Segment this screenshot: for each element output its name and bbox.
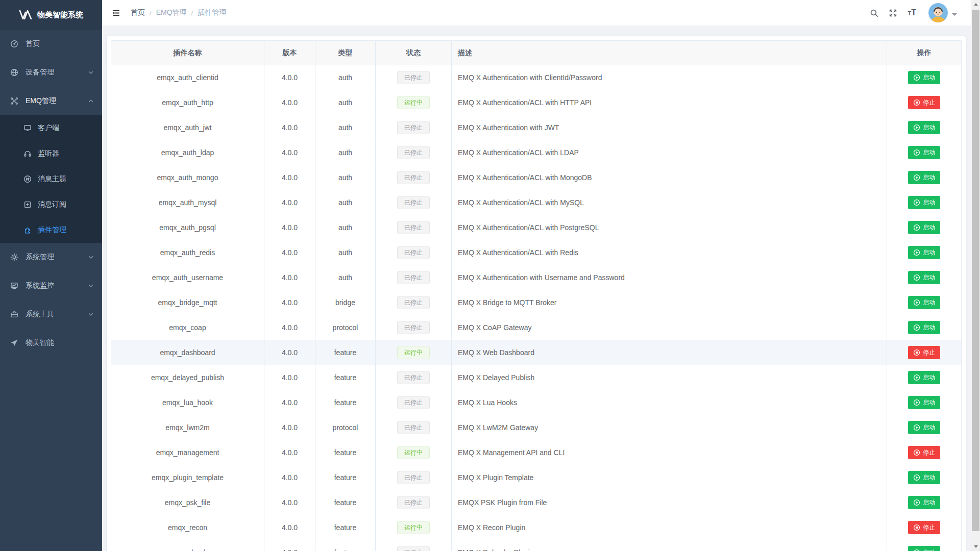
sidebar-item-wumei[interactable]: 物美智能 — [0, 329, 102, 357]
table-row: emqx_auth_jwt4.0.0auth已停止EMQ X Authentic… — [111, 115, 962, 140]
paper-plane-icon — [10, 339, 18, 347]
plugin-name-cell: emqx_auth_mongo — [111, 165, 264, 190]
sidebar-subitem-listener[interactable]: 监听器 — [0, 141, 102, 166]
start-button[interactable]: 启动 — [908, 496, 940, 509]
start-button[interactable]: 启动 — [908, 546, 940, 551]
sidebar-subitem-topic[interactable]: 消息主题 — [0, 166, 102, 192]
plugin-name-cell: emqx_psk_file — [111, 490, 264, 515]
start-button[interactable]: 启动 — [908, 196, 940, 209]
plugin-type-cell: feature — [315, 440, 376, 465]
table-header: 插件名称 — [111, 41, 264, 65]
sidebar-item-emq[interactable]: EMQ管理 — [0, 87, 102, 115]
table-row: emqx_auth_mongo4.0.0auth已停止EMQ X Authent… — [111, 165, 962, 190]
sidebar-item-system[interactable]: 系统管理 — [0, 243, 102, 271]
plugin-version-cell: 4.0.0 — [264, 415, 315, 440]
start-button[interactable]: 启动 — [908, 121, 940, 134]
plugin-description-cell: EMQ X LwM2M Gateway — [452, 415, 887, 440]
start-button[interactable]: 启动 — [908, 71, 940, 84]
plugin-action-cell: 启动 — [887, 140, 962, 165]
breadcrumb-separator: / — [191, 9, 193, 17]
plugin-version-cell: 4.0.0 — [264, 190, 315, 215]
sidebar-item-label: 系统管理 — [26, 253, 54, 262]
plugin-status-cell: 已停止 — [376, 165, 452, 190]
start-button[interactable]: 启动 — [908, 321, 940, 334]
stop-button[interactable]: 停止 — [908, 346, 940, 359]
plugin-type-cell: protocol — [315, 315, 376, 340]
sidebar-item-home[interactable]: 首页 — [0, 30, 102, 58]
breadcrumb-item: 插件管理 — [198, 8, 226, 17]
plugin-name-cell: emqx_recon — [111, 515, 264, 540]
font-size-icon[interactable]: TT — [908, 9, 916, 17]
scrollbar-thumb[interactable] — [972, 10, 979, 531]
sidebar-subitem-client[interactable]: 客户端 — [0, 115, 102, 141]
start-button[interactable]: 启动 — [908, 171, 940, 184]
sidebar-item-monitor[interactable]: 系统监控 — [0, 271, 102, 300]
plugin-description-cell: EMQ X Web Dashboard — [452, 340, 887, 365]
start-button[interactable]: 启动 — [908, 421, 940, 434]
plugin-action-cell: 启动 — [887, 290, 962, 315]
plugin-name-cell: emqx_lwm2m — [111, 415, 264, 440]
stop-button[interactable]: 停止 — [908, 96, 940, 109]
breadcrumb-item[interactable]: 首页 — [131, 8, 145, 17]
plugin-name-cell: emqx_auth_mysql — [111, 190, 264, 215]
plugin-version-cell: 4.0.0 — [264, 390, 315, 415]
plugin-action-cell: 停止 — [887, 90, 962, 115]
plugin-description-cell: EMQ X Authentication/ACL with MongoDB — [452, 165, 887, 190]
plugin-description-cell: EMQ X Reloader Plugin — [452, 540, 887, 551]
sidebar-subitem-plugin[interactable]: 插件管理 — [0, 217, 102, 243]
stop-button[interactable]: 停止 — [908, 446, 940, 459]
plugin-card: 插件名称版本类型状态描述操作 emqx_auth_clientid4.0.0au… — [106, 36, 966, 551]
app-title: 物美智能系统 — [37, 10, 83, 20]
start-button[interactable]: 启动 — [908, 296, 940, 309]
status-badge: 已停止 — [397, 196, 430, 209]
scroll-up-arrow-icon[interactable] — [971, 0, 980, 9]
start-button[interactable]: 启动 — [908, 146, 940, 159]
plugin-version-cell: 4.0.0 — [264, 540, 315, 551]
sidebar-toggle-icon[interactable] — [110, 7, 122, 19]
start-button[interactable]: 启动 — [908, 221, 940, 234]
sidebar-item-tools[interactable]: 系统工具 — [0, 300, 102, 329]
sidebar-item-device[interactable]: 设备管理 — [0, 58, 102, 87]
start-button[interactable]: 启动 — [908, 371, 940, 384]
plugin-description-cell: EMQ X Authentication/ACL with MySQL — [452, 190, 887, 215]
plugin-version-cell: 4.0.0 — [264, 515, 315, 540]
plugin-version-cell: 4.0.0 — [264, 65, 315, 90]
sidebar-item-label: 首页 — [26, 39, 40, 48]
app-logo[interactable]: 物美智能系统 — [0, 0, 102, 30]
plugin-type-cell: auth — [315, 65, 376, 90]
sidebar-subitem-label: 监听器 — [38, 149, 59, 158]
plugin-action-cell: 启动 — [887, 365, 962, 390]
table-header: 类型 — [315, 41, 376, 65]
start-button[interactable]: 启动 — [908, 271, 940, 284]
start-button[interactable]: 启动 — [908, 471, 940, 484]
emq-icon — [10, 97, 18, 105]
plugin-description-cell: EMQ X Recon Plugin — [452, 515, 887, 540]
plugin-description-cell: EMQ X Delayed Publish — [452, 365, 887, 390]
plugin-version-cell: 4.0.0 — [264, 465, 315, 490]
plugin-action-cell: 停止 — [887, 515, 962, 540]
search-icon[interactable] — [870, 9, 878, 17]
chevron-down-icon — [87, 282, 95, 290]
table-header: 描述 — [452, 41, 887, 65]
sidebar-menu: 首页设备管理EMQ管理客户端监听器消息主题消息订阅插件管理系统管理系统监控系统工… — [0, 30, 102, 357]
status-badge: 已停止 — [397, 471, 430, 484]
start-button[interactable]: 启动 — [908, 396, 940, 409]
table-row: emqx_psk_file4.0.0feature已停止EMQX PSK Plu… — [111, 490, 962, 515]
stop-button[interactable]: 停止 — [908, 521, 940, 534]
page-scrollbar[interactable] — [971, 0, 980, 551]
scroll-down-arrow-icon[interactable] — [971, 542, 980, 551]
user-avatar[interactable] — [928, 3, 957, 22]
start-button[interactable]: 启动 — [908, 246, 940, 259]
fullscreen-icon[interactable] — [889, 9, 897, 17]
plugin-type-cell: feature — [315, 340, 376, 365]
sidebar-subitem-label: 客户端 — [38, 123, 59, 133]
chevron-down-icon — [87, 310, 95, 318]
plugin-name-cell: emqx_management — [111, 440, 264, 465]
plugin-description-cell: EMQ X CoAP Gateway — [452, 315, 887, 340]
plugin-action-cell: 启动 — [887, 190, 962, 215]
table-row: emqx_lwm2m4.0.0protocol已停止EMQ X LwM2M Ga… — [111, 415, 962, 440]
sidebar-subitem-subscribe[interactable]: 消息订阅 — [0, 192, 102, 217]
plugin-type-cell: feature — [315, 365, 376, 390]
plugin-status-cell: 已停止 — [376, 240, 452, 265]
plugin-type-cell: protocol — [315, 415, 376, 440]
